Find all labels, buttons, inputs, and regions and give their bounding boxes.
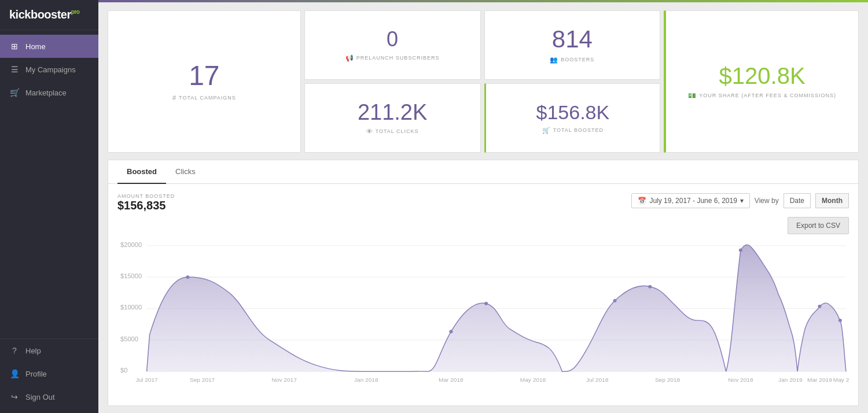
stat-clicks-label: TOTAL CLICKS	[376, 128, 419, 134]
stat-campaigns-label: TOTAL CAMPAIGNS	[179, 95, 236, 101]
chart-svg: $20000 $15000 $10000 $5000 $0	[117, 239, 849, 396]
svg-point-14	[648, 285, 652, 289]
stats-grid: 0 📢 PRELAUNCH SUBSCRIBERS 814 👥 BOOSTERS…	[304, 10, 661, 153]
stat-total-clicks: 211.2K 👁 TOTAL CLICKS	[304, 83, 481, 153]
boosted-icon: 🛒	[542, 127, 551, 134]
main-nav: ⊞ Home ☰ My Campaigns 🛒 Marketplace	[0, 30, 98, 338]
dropdown-arrow-icon: ▾	[740, 197, 744, 205]
tab-boosted[interactable]: Boosted	[117, 160, 166, 184]
svg-text:Jul 2018: Jul 2018	[586, 377, 609, 383]
date-range-button[interactable]: 📅 July 19, 2017 - June 6, 2019 ▾	[631, 193, 749, 208]
svg-text:Mar 2019: Mar 2019	[807, 377, 832, 383]
sidebar-item-help[interactable]: ? Help	[0, 339, 98, 362]
stat-prelaunch-label: PRELAUNCH SUBSCRIBERS	[356, 55, 440, 61]
stat-clicks-value: 211.2K	[358, 101, 427, 123]
stats-area: 17 # TOTAL CAMPAIGNS 0 📢 PRELAUNCH SUBSC…	[108, 10, 859, 153]
stat-prelaunch-value: 0	[387, 29, 398, 50]
svg-point-12	[484, 302, 488, 305]
svg-text:$0: $0	[120, 367, 127, 374]
sidebar-bottom-nav: ? Help 👤 Profile ↪ Sign Out	[0, 338, 98, 413]
logo: kickboosterpro	[0, 0, 98, 30]
sidebar-item-signout[interactable]: ↪ Sign Out	[0, 385, 98, 408]
sidebar-item-home-label: Home	[25, 42, 46, 51]
campaigns-label-icon: #	[172, 94, 176, 101]
prelaunch-icon: 📢	[345, 54, 354, 62]
sidebar-item-marketplace-label: Marketplace	[25, 89, 67, 97]
stat-campaigns-value: 17	[189, 62, 219, 90]
svg-text:May 2018: May 2018	[520, 377, 546, 383]
main-content: 17 # TOTAL CAMPAIGNS 0 📢 PRELAUNCH SUBSC…	[98, 0, 868, 413]
svg-text:$15000: $15000	[120, 272, 142, 279]
svg-text:$20000: $20000	[120, 241, 142, 248]
top-accent-bar	[98, 0, 868, 2]
chart-header: AMOUNT BOOSTED $156,835 📅 July 19, 2017 …	[117, 193, 849, 212]
sidebar-item-profile[interactable]: 👤 Profile	[0, 362, 98, 385]
view-by-label: View by	[755, 197, 779, 205]
svg-point-10	[186, 275, 189, 279]
stat-total-campaigns: 17 # TOTAL CAMPAIGNS	[108, 10, 301, 153]
svg-text:Jul 2017: Jul 2017	[135, 377, 158, 383]
chart-body: AMOUNT BOOSTED $156,835 📅 July 19, 2017 …	[108, 184, 858, 405]
home-icon: ⊞	[9, 42, 20, 51]
svg-point-15	[739, 249, 742, 252]
view-month-button[interactable]: Month	[815, 193, 849, 208]
logo-prefix: kick	[9, 8, 31, 21]
chart-title: AMOUNT BOOSTED $156,835	[117, 193, 175, 212]
sidebar-item-campaigns-label: My Campaigns	[25, 65, 76, 74]
svg-text:Jan 2018: Jan 2018	[354, 377, 378, 383]
stat-prelaunch: 0 📢 PRELAUNCH SUBSCRIBERS	[304, 10, 481, 80]
sidebar-item-profile-label: Profile	[25, 370, 47, 378]
date-range-text: July 19, 2017 - June 6, 2019	[649, 197, 737, 205]
svg-text:$10000: $10000	[120, 304, 142, 311]
boosters-icon: 👥	[550, 56, 558, 64]
calendar-icon: 📅	[638, 197, 646, 205]
view-date-button[interactable]: Date	[784, 193, 811, 208]
chart-section: Boosted Clicks AMOUNT BOOSTED $156,835 📅…	[108, 160, 859, 406]
svg-text:May 2019: May 2019	[833, 377, 849, 383]
marketplace-icon: 🛒	[9, 88, 20, 97]
export-csv-button[interactable]: Export to CSV	[788, 217, 849, 234]
svg-text:Sep 2018: Sep 2018	[655, 377, 681, 383]
stat-boosters-label: BOOSTERS	[561, 57, 594, 62]
stat-boosted-label: TOTAL BOOSTED	[553, 127, 604, 133]
sidebar-item-help-label: Help	[25, 346, 41, 355]
sidebar-item-campaigns[interactable]: ☰ My Campaigns	[0, 58, 98, 81]
stat-share-label: YOUR SHARE (AFTER FEES & COMMISSIONS)	[699, 93, 836, 98]
svg-point-16	[818, 305, 821, 308]
svg-text:Nov 2018: Nov 2018	[728, 377, 753, 383]
chart-amount-value: $156,835	[117, 199, 175, 212]
svg-point-13	[613, 299, 616, 303]
svg-point-17	[838, 319, 842, 322]
chart-area: $20000 $15000 $10000 $5000 $0	[117, 239, 849, 396]
sidebar-item-signout-label: Sign Out	[25, 393, 55, 401]
stat-total-boosted: $156.8K 🛒 TOTAL BOOSTED	[484, 83, 661, 153]
stat-boosted-value: $156.8K	[536, 102, 610, 122]
svg-text:$5000: $5000	[120, 335, 138, 342]
sidebar-item-home[interactable]: ⊞ Home	[0, 35, 98, 58]
share-icon: 💵	[688, 92, 697, 99]
clicks-icon: 👁	[366, 128, 373, 135]
profile-icon: 👤	[9, 369, 20, 378]
chart-tabs: Boosted Clicks	[108, 160, 858, 184]
svg-point-11	[449, 330, 453, 333]
logo-pro: pro	[71, 9, 80, 15]
chart-amount-label: AMOUNT BOOSTED	[117, 193, 175, 199]
stat-your-share: $120.8K 💵 YOUR SHARE (AFTER FEES & COMMI…	[664, 10, 859, 153]
svg-text:Nov 2017: Nov 2017	[272, 377, 297, 383]
campaigns-icon: ☰	[9, 65, 20, 74]
sidebar-item-marketplace[interactable]: 🛒 Marketplace	[0, 81, 98, 104]
logo-bold: booster	[31, 8, 71, 21]
svg-text:Jan 2019: Jan 2019	[778, 377, 803, 383]
stat-boosters-value: 814	[552, 27, 593, 51]
sidebar: kickboosterpro ⊞ Home ☰ My Campaigns 🛒 M…	[0, 0, 98, 413]
svg-text:Mar 2018: Mar 2018	[439, 377, 464, 383]
stat-boosters: 814 👥 BOOSTERS	[484, 10, 661, 80]
stat-share-value: $120.8K	[719, 64, 806, 87]
export-row: Export to CSV	[117, 217, 849, 234]
tab-clicks[interactable]: Clicks	[166, 160, 205, 184]
chart-controls: 📅 July 19, 2017 - June 6, 2019 ▾ View by…	[631, 193, 849, 208]
help-icon: ?	[9, 346, 20, 355]
svg-text:Sep 2017: Sep 2017	[190, 377, 215, 383]
signout-icon: ↪	[9, 392, 20, 401]
